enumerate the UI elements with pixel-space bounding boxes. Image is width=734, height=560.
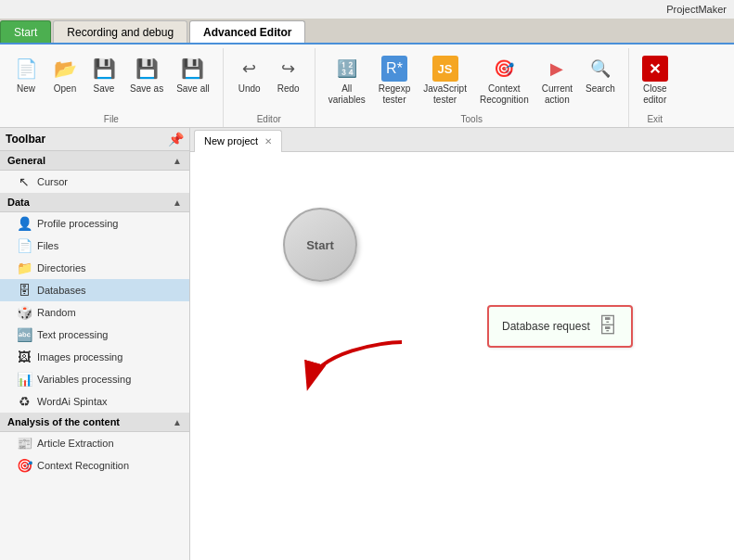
save-all-button[interactable]: 💾 Save all xyxy=(171,52,215,98)
sidebar-item-files[interactable]: 📄 Files xyxy=(0,235,189,257)
sidebar-item-images-processing[interactable]: 🖼 Images processing xyxy=(0,346,189,368)
regexp-icon: R* xyxy=(381,56,407,82)
tools-buttons: 🔢 All variables R* Regexp tester JS Java… xyxy=(323,48,621,114)
sidebar-item-random[interactable]: 🎲 Random xyxy=(0,301,189,324)
save-as-icon: 💾 xyxy=(134,56,160,82)
ribbon-group-file: 📄 New 📂 Open 💾 Save 💾 Save as 💾 Save all… xyxy=(0,48,224,127)
images-label: Images processing xyxy=(37,351,122,363)
sidebar-section-analysis[interactable]: Analysis of the content ▲ xyxy=(0,413,189,432)
open-icon: 📂 xyxy=(52,56,78,82)
general-section-label: General xyxy=(7,155,45,166)
sidebar-item-text-processing[interactable]: 🔤 Text processing xyxy=(0,324,189,346)
current-action-label: Current action xyxy=(542,83,573,106)
js-label: JavaScript tester xyxy=(423,83,467,106)
all-variables-button[interactable]: 🔢 All variables xyxy=(323,52,371,109)
all-variables-icon: 🔢 xyxy=(334,56,360,82)
canvas-tab-bar: New project ✕ xyxy=(190,128,734,152)
databases-label: Databases xyxy=(37,285,86,296)
title-bar: ProjectMaker xyxy=(0,0,734,19)
save-as-label: Save as xyxy=(130,83,163,95)
context-recognition-label: Context Recognition xyxy=(480,83,529,106)
javascript-tester-button[interactable]: JS JavaScript tester xyxy=(418,52,472,109)
sidebar-section-general[interactable]: General ▲ xyxy=(0,151,189,171)
data-chevron: ▲ xyxy=(173,197,182,208)
current-action-icon: ▶ xyxy=(544,56,570,82)
search-button[interactable]: 🔍 Search xyxy=(580,52,621,98)
sidebar-item-wordai-spintax[interactable]: ♻ WordAi Spintax xyxy=(0,390,189,413)
article-icon: 📰 xyxy=(17,436,32,451)
current-action-button[interactable]: ▶ Current action xyxy=(536,52,578,109)
canvas-content[interactable]: Start Database request 🗄 xyxy=(190,152,734,560)
general-chevron: ▲ xyxy=(173,156,182,166)
undo-button[interactable]: ↩ Undo xyxy=(231,52,268,98)
save-icon: 💾 xyxy=(91,56,117,82)
database-icon: 🗄 xyxy=(598,314,618,338)
variables-label: Variables processing xyxy=(37,374,131,385)
app-title: ProjectMaker xyxy=(666,4,727,15)
main-layout: Toolbar 📌 General ▲ ↖ Cursor Data ▲ 👤 Pr… xyxy=(0,128,734,560)
sidebar-section-data[interactable]: Data ▲ xyxy=(0,193,189,212)
sidebar-title: Toolbar xyxy=(6,133,45,146)
canvas-tab-label: New project xyxy=(204,135,258,146)
sidebar-item-directories[interactable]: 📁 Directories xyxy=(0,257,189,279)
database-request-node[interactable]: Database request 🗄 xyxy=(487,305,633,348)
redo-label: Redo xyxy=(277,83,300,95)
all-variables-label: All variables xyxy=(328,83,366,106)
tab-recording[interactable]: Recording and debug xyxy=(53,20,187,43)
annotation-arrow xyxy=(300,333,411,407)
random-label: Random xyxy=(37,307,76,318)
close-label: Close editor xyxy=(643,83,667,106)
wordai-icon: ♻ xyxy=(17,394,32,409)
sidebar-item-context-recognition[interactable]: 🎯 Context Recognition xyxy=(0,454,189,477)
tab-start[interactable]: Start xyxy=(0,20,51,43)
pin-icon[interactable]: 📌 xyxy=(168,132,184,146)
undo-label: Undo xyxy=(238,83,261,95)
tab-advanced-editor[interactable]: Advanced Editor xyxy=(189,20,305,43)
sidebar-item-variables-processing[interactable]: 📊 Variables processing xyxy=(0,368,189,390)
db-node-label: Database request xyxy=(502,320,590,333)
js-icon: JS xyxy=(432,56,458,82)
sidebar: Toolbar 📌 General ▲ ↖ Cursor Data ▲ 👤 Pr… xyxy=(0,128,190,560)
editor-buttons: ↩ Undo ↪ Redo xyxy=(231,48,307,114)
text-processing-icon: 🔤 xyxy=(17,327,32,342)
open-label: Open xyxy=(54,83,76,95)
variables-icon: 📊 xyxy=(17,372,32,387)
cursor-label: Cursor xyxy=(37,176,68,187)
save-as-button[interactable]: 💾 Save as xyxy=(124,52,169,98)
canvas-tab-close-icon[interactable]: ✕ xyxy=(264,136,272,146)
sidebar-content: General ▲ ↖ Cursor Data ▲ 👤 Profile proc… xyxy=(0,151,189,560)
save-label: Save xyxy=(94,83,115,95)
redo-icon: ↪ xyxy=(276,56,302,82)
search-label: Search xyxy=(586,83,615,95)
new-icon: 📄 xyxy=(13,56,39,82)
app-tab-bar: Start Recording and debug Advanced Edito… xyxy=(0,19,734,45)
canvas-area: New project ✕ Start Database request 🗄 xyxy=(190,128,734,560)
sidebar-item-profile-processing[interactable]: 👤 Profile processing xyxy=(0,212,189,235)
tools-group-label: Tools xyxy=(461,114,483,127)
directories-icon: 📁 xyxy=(17,261,32,275)
files-icon: 📄 xyxy=(17,238,32,253)
file-buttons: 📄 New 📂 Open 💾 Save 💾 Save as 💾 Save all xyxy=(7,48,215,114)
profile-icon: 👤 xyxy=(17,216,32,231)
context-recognition-button[interactable]: 🎯 Context Recognition xyxy=(474,52,534,109)
file-group-label: File xyxy=(104,114,119,127)
open-button[interactable]: 📂 Open xyxy=(46,52,84,98)
wordai-label: WordAi Spintax xyxy=(37,396,108,407)
sidebar-item-article-extraction[interactable]: 📰 Article Extraction xyxy=(0,432,189,454)
new-button[interactable]: 📄 New xyxy=(7,52,45,98)
files-label: Files xyxy=(37,240,58,251)
article-label: Article Extraction xyxy=(37,438,114,449)
data-section-label: Data xyxy=(7,197,30,208)
sidebar-item-cursor[interactable]: ↖ Cursor xyxy=(0,171,189,193)
save-button[interactable]: 💾 Save xyxy=(85,52,122,98)
sidebar-item-databases[interactable]: 🗄 Databases xyxy=(0,279,189,301)
context-recognition-icon: 🎯 xyxy=(491,56,517,82)
analysis-section-label: Analysis of the content xyxy=(7,416,120,427)
canvas-tab-new-project[interactable]: New project ✕ xyxy=(194,130,282,152)
close-editor-button[interactable]: ✕ Close editor xyxy=(637,52,674,109)
images-icon: 🖼 xyxy=(17,350,32,364)
regexp-tester-button[interactable]: R* Regexp tester xyxy=(373,52,416,109)
redo-button[interactable]: ↪ Redo xyxy=(270,52,307,98)
start-node[interactable]: Start xyxy=(283,208,357,282)
ribbon-group-tools: 🔢 All variables R* Regexp tester JS Java… xyxy=(315,48,629,127)
